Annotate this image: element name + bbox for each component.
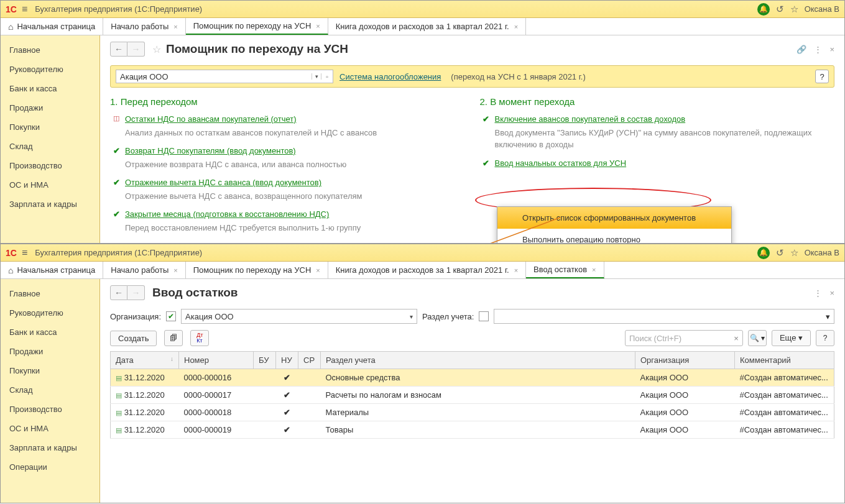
ctx-open-list[interactable]: Открыть список сформированных документов (497, 207, 731, 229)
favorite-icon[interactable]: ☆ (790, 247, 798, 259)
sidebar-item-purchases[interactable]: Покупки (1, 117, 99, 137)
sidebar-item-warehouse[interactable]: Склад (1, 380, 99, 400)
step-link[interactable]: Отражение вычета НДС с аванса (ввод доку… (125, 178, 321, 187)
tab-usn-assistant[interactable]: Помощник по переходу на УСН× (186, 18, 328, 35)
more-icon[interactable]: ⋮ (814, 45, 822, 54)
sidebar-item-manager[interactable]: Руководителю (1, 303, 99, 323)
close-icon[interactable]: × (173, 267, 177, 274)
nav-back-button[interactable]: ← (110, 285, 127, 300)
sidebar-item-main[interactable]: Главное (1, 284, 99, 303)
sidebar-item-salary[interactable]: Зарплата и кадры (1, 438, 99, 457)
step-link[interactable]: Включение авансов покупателей в состав д… (495, 114, 686, 124)
step-link[interactable]: Остатки НДС по авансам покупателей (отче… (125, 114, 297, 124)
chevron-down-icon[interactable]: ▾ (312, 73, 321, 80)
sidebar-item-manager[interactable]: Руководителю (1, 60, 99, 79)
org-dropdown[interactable]: Акация ООО ▾ ▫ (116, 70, 333, 83)
tax-system-link[interactable]: Система налогообложения (339, 72, 441, 81)
table-row[interactable]: ▤ 31.12.2020 0000-000019 ✔ Товары Акация… (111, 421, 834, 439)
nav-forward-button: → (127, 42, 145, 57)
tab-start[interactable]: Начало работы× (103, 18, 186, 35)
sidebar-item-purchases[interactable]: Покупки (1, 361, 99, 380)
tab-balances[interactable]: Ввод остатков× (526, 262, 604, 278)
bell-icon[interactable]: 🔔 (757, 3, 770, 16)
ctx-repeat[interactable]: Выполнить операцию повторно (497, 229, 731, 244)
sidebar-item-sales[interactable]: Продажи (1, 98, 99, 117)
tab-home[interactable]: ⌂Начальная страница (1, 262, 103, 278)
tab-home[interactable]: ⌂Начальная страница (1, 18, 103, 35)
user-name[interactable]: Оксана В (805, 248, 839, 257)
step-link[interactable]: Закрытие месяца (подготовка к восстановл… (125, 209, 329, 219)
sidebar-item-assets[interactable]: ОС и НМА (1, 175, 99, 195)
table-row[interactable]: ▤ 31.12.2020 0000-000018 ✔ Материалы Ака… (111, 404, 834, 421)
col-sr[interactable]: СР (298, 352, 321, 369)
dtkt-button[interactable]: ДтКт (190, 330, 209, 346)
org-checkbox[interactable] (166, 311, 176, 321)
bookmark-icon[interactable]: ☆ (152, 44, 161, 55)
sidebar-item-salary[interactable]: Зарплата и кадры (1, 195, 99, 214)
menu-icon[interactable]: ≡ (22, 4, 27, 15)
sidebar-item-production[interactable]: Производство (1, 156, 99, 175)
create-button[interactable]: Создать (110, 331, 157, 346)
tab-kudir[interactable]: Книга доходов и расходов за 1 квартал 20… (328, 262, 526, 278)
chevron-down-icon[interactable]: ▾ (826, 312, 830, 321)
doc-icon: ▤ (116, 374, 122, 382)
sidebar-item-warehouse[interactable]: Склад (1, 137, 99, 156)
sidebar-item-main[interactable]: Главное (1, 40, 99, 60)
sidebar-item-production[interactable]: Производство (1, 400, 99, 419)
sidebar-item-assets[interactable]: ОС и НМА (1, 419, 99, 438)
help-button[interactable]: ? (816, 330, 834, 346)
col-num[interactable]: Номер (179, 352, 254, 369)
sidebar-item-sales[interactable]: Продажи (1, 342, 99, 361)
close-icon[interactable]: × (592, 266, 596, 273)
col-bu[interactable]: БУ (254, 352, 276, 369)
sidebar-item-operations[interactable]: Операции (1, 457, 99, 477)
bell-icon[interactable]: 🔔 (757, 247, 770, 259)
sidebar-item-bank[interactable]: Банк и касса (1, 79, 99, 98)
close-icon[interactable]: × (316, 267, 320, 274)
copy-button[interactable]: 🗐 (164, 330, 183, 346)
clear-icon[interactable]: × (734, 334, 739, 343)
col-comment[interactable]: Комментарий (735, 352, 834, 369)
table-row[interactable]: ▤ 31.12.2020 0000-000016 ✔ Основные сред… (111, 369, 834, 387)
col-org[interactable]: Организация (635, 352, 735, 369)
favorite-icon[interactable]: ☆ (790, 4, 798, 15)
chevron-down-icon[interactable]: ▾ (410, 313, 413, 320)
section-checkbox[interactable] (479, 311, 489, 321)
section-field[interactable]: ▾ (494, 309, 834, 324)
tabbar: ⌂Начальная страница Начало работы× Помощ… (1, 18, 844, 35)
close-icon[interactable]: × (829, 288, 834, 298)
col-section[interactable]: Раздел учета (321, 352, 635, 369)
search-input[interactable]: Поиск (Ctrl+F) × (625, 330, 743, 346)
report-icon: ◫ (110, 113, 122, 139)
step-link[interactable]: Возврат НДС покупателям (ввод документов… (125, 146, 296, 155)
table-row[interactable]: ▤ 31.12.2020 0000-000017 ✔ Расчеты по на… (111, 387, 834, 404)
logo-1c-icon: 1C (6, 248, 17, 258)
more-icon[interactable]: ⋮ (814, 288, 822, 298)
org-field[interactable]: Акация ООО ▾ (181, 309, 417, 324)
check-icon: ✔ (480, 113, 492, 151)
search-button[interactable]: 🔍 ▾ (748, 330, 767, 346)
tab-kudir[interactable]: Книга доходов и расходов за 1 квартал 20… (328, 18, 526, 35)
close-icon[interactable]: × (173, 23, 177, 30)
sidebar-item-bank[interactable]: Банк и касса (1, 323, 99, 342)
link-icon[interactable]: 🔗 (797, 45, 806, 54)
close-icon[interactable]: × (514, 23, 518, 30)
history-icon[interactable]: ↺ (776, 247, 784, 259)
col-date[interactable]: Дата↓ (111, 352, 179, 369)
tab-usn-assistant[interactable]: Помощник по переходу на УСН× (186, 262, 328, 278)
window-top: 1C ≡ Бухгалтерия предприятия (1С:Предпри… (0, 0, 845, 244)
tab-start[interactable]: Начало работы× (103, 262, 186, 278)
open-icon[interactable]: ▫ (323, 73, 331, 80)
step-link[interactable]: Ввод начальных остатков для УСН (495, 158, 627, 168)
history-icon[interactable]: ↺ (776, 4, 784, 15)
nav-back-button[interactable]: ← (110, 42, 127, 57)
close-icon[interactable]: × (514, 267, 518, 274)
check-icon: ✔ (110, 208, 122, 234)
col-nu[interactable]: НУ (276, 352, 298, 369)
more-button[interactable]: Еще ▾ (772, 330, 811, 346)
help-button[interactable]: ? (815, 70, 829, 83)
close-icon[interactable]: × (316, 22, 320, 30)
user-name[interactable]: Оксана В (805, 4, 839, 14)
close-icon[interactable]: × (829, 45, 834, 54)
menu-icon[interactable]: ≡ (22, 247, 27, 259)
